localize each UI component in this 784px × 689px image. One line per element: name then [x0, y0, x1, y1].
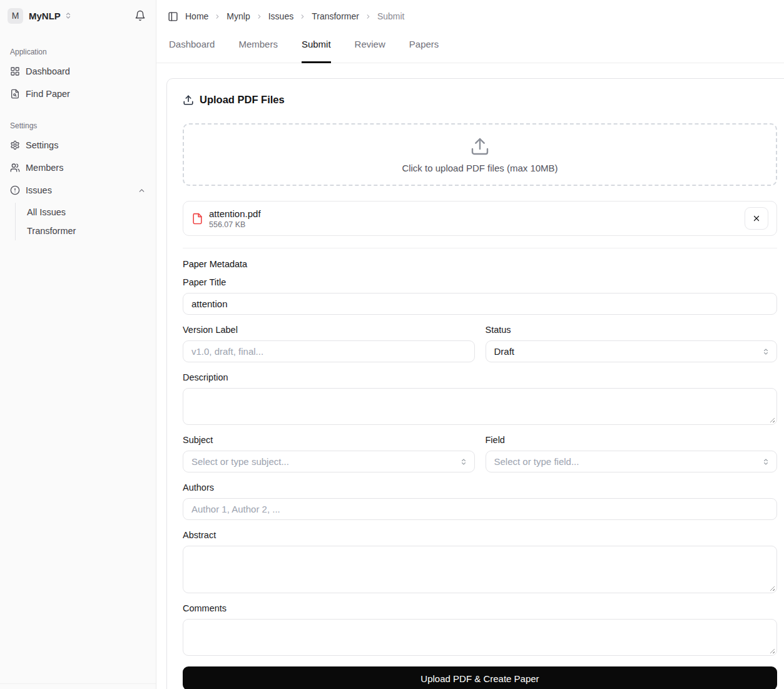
- sidebar-item-label: Find Paper: [26, 89, 70, 99]
- abstract-textarea[interactable]: [183, 546, 777, 593]
- field-label: Field: [486, 435, 778, 445]
- users-icon: [10, 163, 20, 173]
- upload-section-title: Upload PDF Files: [200, 94, 285, 106]
- upload-cloud-icon: [470, 136, 490, 156]
- close-icon: [752, 214, 761, 223]
- sidebar-item-find-paper[interactable]: Find Paper: [5, 84, 151, 104]
- comments-label: Comments: [183, 603, 777, 613]
- description-block: Description: [183, 372, 777, 425]
- tab-submit[interactable]: Submit: [302, 39, 331, 63]
- sidebar-subitem-label: All Issues: [27, 207, 66, 217]
- paper-title-input[interactable]: [183, 293, 777, 315]
- uploaded-file-row: attention.pdf 556.07 KB: [183, 201, 777, 236]
- breadcrumb-current-submit: Submit: [377, 11, 405, 21]
- status-label: Status: [486, 325, 778, 335]
- sidebar-group-application: Application: [5, 48, 151, 56]
- authors-input[interactable]: [183, 498, 777, 520]
- chevron-up-icon: [138, 186, 146, 195]
- sidebar-item-members[interactable]: Members: [5, 158, 151, 178]
- file-name: attention.pdf: [209, 208, 261, 219]
- remove-file-button[interactable]: [745, 207, 768, 230]
- status-select-value: Draft: [494, 346, 515, 357]
- paper-title-block: Paper Title: [183, 277, 777, 315]
- circle-alert-icon: [10, 185, 20, 195]
- issues-sub-list: All Issues Transformer: [15, 203, 151, 240]
- sidebar-subitem-label: Transformer: [27, 226, 76, 236]
- chevron-right-icon: [256, 13, 263, 20]
- chevrons-up-down-icon: [64, 12, 72, 19]
- tab-review[interactable]: Review: [355, 39, 385, 63]
- version-status-row: Version Label Status Draft: [183, 325, 777, 362]
- metadata-section-title: Paper Metadata: [183, 259, 777, 269]
- subject-select-placeholder: Select or type subject...: [191, 456, 289, 467]
- sidebar-item-label: Members: [26, 163, 63, 173]
- comments-textarea[interactable]: [183, 619, 777, 656]
- main-content: Home Mynlp Issues Transformer Submit Das…: [156, 0, 784, 689]
- sidebar-toggle-icon[interactable]: [168, 11, 178, 22]
- tab-papers[interactable]: Papers: [409, 39, 439, 63]
- chevron-right-icon: [299, 13, 306, 20]
- breadcrumb-transformer[interactable]: Transformer: [312, 11, 359, 21]
- layout-grid-icon: [10, 66, 20, 76]
- dropzone-label: Click to upload PDF files (max 10MB): [402, 163, 557, 173]
- status-block: Status Draft: [486, 325, 778, 362]
- breadcrumb-mynlp[interactable]: Mynlp: [227, 11, 250, 21]
- status-select[interactable]: Draft: [486, 340, 778, 362]
- subject-select[interactable]: Select or type subject...: [183, 451, 475, 472]
- pdf-file-icon: [191, 213, 203, 225]
- subject-block: Subject Select or type subject...: [183, 435, 475, 472]
- authors-label: Authors: [183, 482, 777, 493]
- version-label-block: Version Label: [183, 325, 475, 362]
- breadcrumb-home[interactable]: Home: [185, 11, 208, 21]
- abstract-block: Abstract: [183, 530, 777, 593]
- sidebar-item-label: Dashboard: [26, 66, 70, 76]
- bell-icon[interactable]: [132, 8, 148, 24]
- breadcrumb-issues[interactable]: Issues: [268, 11, 293, 21]
- file-search-icon: [10, 89, 20, 99]
- sidebar-subitem-transformer[interactable]: Transformer: [22, 222, 151, 240]
- description-textarea[interactable]: [183, 388, 777, 425]
- gear-icon: [10, 140, 20, 150]
- upload-card: Upload PDF Files Click to upload PDF fil…: [166, 78, 784, 689]
- pdf-dropzone[interactable]: Click to upload PDF files (max 10MB): [183, 123, 777, 186]
- paper-title-label: Paper Title: [183, 277, 777, 287]
- comments-block: Comments: [183, 603, 777, 656]
- version-label-label: Version Label: [183, 325, 475, 335]
- tab-members[interactable]: Members: [238, 39, 278, 63]
- team-logo: M: [8, 8, 23, 24]
- tab-bar: Dashboard Members Submit Review Papers: [156, 39, 784, 63]
- upload-icon: [183, 94, 194, 106]
- breadcrumb: Home Mynlp Issues Transformer Submit: [185, 11, 404, 21]
- abstract-label: Abstract: [183, 530, 777, 540]
- sidebar-item-label: Issues: [26, 185, 52, 195]
- file-size: 556.07 KB: [209, 220, 261, 229]
- authors-block: Authors: [183, 482, 777, 520]
- chevron-right-icon: [365, 13, 372, 20]
- sidebar-item-label: Settings: [26, 140, 58, 150]
- chevrons-up-down-icon: [762, 348, 770, 355]
- sidebar-subitem-all-issues[interactable]: All Issues: [22, 203, 151, 222]
- sidebar-group-settings: Settings: [5, 121, 151, 130]
- field-select[interactable]: Select or type field...: [486, 451, 778, 472]
- subject-field-row: Subject Select or type subject... Field …: [183, 435, 777, 472]
- field-select-placeholder: Select or type field...: [494, 456, 579, 467]
- upload-create-paper-button[interactable]: Upload PDF & Create Paper: [183, 666, 777, 689]
- subject-label: Subject: [183, 435, 475, 445]
- sidebar-item-settings[interactable]: Settings: [5, 135, 151, 155]
- sidebar-item-dashboard[interactable]: Dashboard: [5, 61, 151, 81]
- sidebar: M MyNLP Application Dashboard Find Paper…: [0, 0, 156, 689]
- chevron-right-icon: [214, 13, 221, 20]
- top-bar: Home Mynlp Issues Transformer Submit: [156, 0, 784, 25]
- tab-dashboard[interactable]: Dashboard: [169, 39, 215, 63]
- team-name: MyNLP: [29, 11, 61, 21]
- version-label-input[interactable]: [183, 340, 475, 362]
- file-meta: attention.pdf 556.07 KB: [209, 208, 261, 229]
- team-switcher[interactable]: M MyNLP: [5, 5, 151, 26]
- chevrons-up-down-icon: [762, 458, 770, 466]
- field-block: Field Select or type field...: [486, 435, 778, 472]
- chevrons-up-down-icon: [460, 458, 467, 466]
- upload-section-header: Upload PDF Files: [183, 94, 777, 106]
- sidebar-item-issues[interactable]: Issues: [5, 180, 151, 200]
- description-label: Description: [183, 372, 777, 382]
- section-divider: [183, 248, 777, 248]
